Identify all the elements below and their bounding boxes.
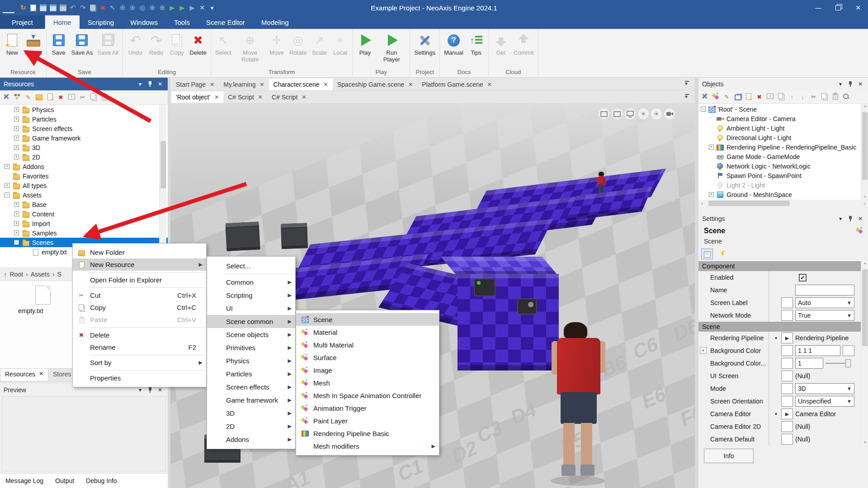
menu-item-multi-material[interactable]: Multi Material — [296, 338, 439, 351]
default-value-box[interactable] — [781, 434, 793, 445]
viewport-sun-button[interactable] — [651, 108, 662, 119]
breadcrumb-segment[interactable]: Root — [10, 271, 24, 278]
ribbon-button-save[interactable]: Save — [48, 30, 69, 56]
tree-expander[interactable]: + — [14, 117, 19, 122]
tree-expander[interactable]: + — [14, 126, 19, 131]
menu-item-paint-layer[interactable]: Paint Layer — [296, 414, 439, 427]
toolbar-button-delete[interactable]: ✖ — [755, 93, 763, 101]
move-icon[interactable] — [118, 3, 127, 12]
menu-tab-windows[interactable]: Windows — [122, 15, 166, 29]
toolbar-button-cut[interactable]: ✂ — [79, 94, 86, 101]
menu-item-new-folder[interactable]: New Folder — [73, 246, 206, 258]
tree-item-2d[interactable]: +2D — [0, 152, 168, 162]
doc-tab-my-learning[interactable]: My.learning✕ — [219, 79, 269, 90]
breadcrumb-up-icon[interactable]: ↑ — [4, 271, 7, 278]
object-item-rendering-pipeline-renderingpipeline-basic[interactable]: +Rendering Pipeline - RenderingPipeline_… — [698, 142, 868, 152]
menu-item-ui[interactable]: UI▶ — [207, 302, 295, 315]
ribbon-button-undo[interactable]: Undo — [125, 30, 146, 56]
status-tab-message-log[interactable]: Message Log — [5, 477, 43, 484]
ribbon-button-move-rotate[interactable]: Move Rotate — [234, 30, 266, 63]
text-input[interactable] — [795, 285, 854, 296]
info-button[interactable]: Info — [704, 449, 754, 463]
toolbar-button-wrench[interactable] — [3, 93, 10, 102]
toolbar-button-edit[interactable]: ✎ — [24, 94, 32, 101]
panel-tab-stores[interactable]: Stores — [48, 369, 75, 381]
toolbar-button-rename[interactable] — [68, 93, 75, 102]
tree-expander[interactable]: + — [14, 230, 19, 235]
toolbar-button-doc-star[interactable] — [46, 93, 54, 102]
object-item-network-logic-networklogic[interactable]: Network Logic - NetworkLogic — [698, 161, 868, 171]
save-icon[interactable] — [48, 3, 57, 12]
tree-expander[interactable]: + — [14, 145, 19, 150]
tree-item-assets[interactable]: −Assets — [0, 190, 168, 200]
menu-item-select-[interactable]: Select... — [207, 259, 295, 272]
pin-icon[interactable] — [846, 80, 854, 88]
tree-expander[interactable]: + — [14, 202, 19, 207]
menu-item-scene[interactable]: Scene — [296, 313, 439, 326]
toolbar-button-window[interactable] — [734, 93, 741, 101]
ribbon-button-save-as[interactable]: Save As — [69, 30, 95, 56]
menu-item-particles[interactable]: Particles▶ — [207, 367, 295, 380]
object-item-spawn-point-spawnpoint[interactable]: Spawn Point - SpawnPoint — [698, 171, 868, 180]
toolbar-button-rename[interactable] — [766, 93, 774, 101]
objects-tree-hscrollbar[interactable]: ‹ › — [698, 200, 868, 207]
copy-icon[interactable] — [88, 3, 97, 12]
close-icon[interactable]: ✕ — [856, 215, 864, 223]
tab-list-dropdown-icon[interactable] — [684, 80, 691, 87]
rotate-icon[interactable] — [138, 3, 147, 12]
expand-reference-button[interactable]: ▶ — [781, 333, 793, 343]
tree-expander[interactable]: − — [14, 240, 19, 245]
tab-close-icon[interactable]: ✕ — [260, 81, 264, 88]
tree-item-content[interactable]: +Content — [0, 209, 168, 219]
menu-item-scene-common[interactable]: Scene common▶ — [207, 315, 295, 328]
play-icon[interactable] — [168, 3, 177, 12]
toolbar-button-search[interactable] — [842, 93, 850, 101]
tab-close-icon[interactable]: ✕ — [324, 81, 328, 88]
doc-tab-c#-script[interactable]: C# Script✕ — [267, 91, 311, 103]
tree-expander[interactable]: − — [701, 107, 706, 112]
value-input[interactable]: 1 — [795, 358, 823, 369]
menu-item-scripting[interactable]: Scripting▶ — [207, 289, 295, 302]
expand-reference-button[interactable]: ▶ — [781, 408, 793, 419]
menu-item-common[interactable]: Common▶ — [207, 276, 295, 289]
save-icon[interactable] — [38, 3, 47, 12]
ribbon-button-redo[interactable]: Redo — [146, 30, 166, 56]
close-button[interactable]: ✕ — [848, 0, 868, 15]
tab-close-icon[interactable]: ✕ — [487, 81, 492, 88]
toolbar-button-copy[interactable] — [821, 93, 828, 101]
ribbon-button-copy[interactable]: Copy — [166, 30, 187, 56]
save-all-icon[interactable] — [58, 3, 67, 12]
tree-expander[interactable]: + — [14, 107, 19, 112]
menu-item-game-framework[interactable]: Game framework▶ — [207, 394, 295, 407]
menu-item-primitives[interactable]: Primitives▶ — [207, 341, 295, 354]
move-icon[interactable] — [148, 3, 157, 12]
menu-tab-modeling[interactable]: Modeling — [253, 15, 297, 29]
panel-menu-icon[interactable]: ▾ — [836, 215, 844, 223]
tree-expander[interactable]: + — [14, 136, 19, 141]
pin-icon[interactable] — [846, 215, 854, 223]
tree-item-3d[interactable]: +3D — [0, 143, 168, 152]
toolbar-button-up[interactable]: ↑ — [788, 93, 796, 101]
tree-expander[interactable]: + — [14, 221, 19, 226]
menu-tab-home[interactable]: Home — [45, 15, 80, 29]
status-tab-debug-info[interactable]: Debug Info — [86, 477, 117, 484]
menu-item-mesh-in-space-animation-controller[interactable]: Mesh In Space Animation Controller — [296, 389, 439, 402]
default-value-box[interactable] — [781, 383, 793, 394]
toolbar-button-paste[interactable] — [100, 93, 108, 102]
default-value-box[interactable] — [781, 310, 793, 321]
file-item[interactable]: empty.txt — [18, 286, 68, 314]
menu-item-paste[interactable]: PasteCtrl+V — [73, 314, 206, 326]
tab-close-icon[interactable]: ✕ — [39, 371, 43, 381]
ribbon-button-settings[interactable]: Settings — [412, 30, 438, 56]
object-item-camera-editor-camera[interactable]: Camera Editor - Camera — [698, 114, 868, 123]
events-view-button[interactable] — [717, 249, 728, 259]
new-doc-icon[interactable] — [28, 3, 38, 12]
toolbar-button-copy[interactable] — [90, 93, 97, 102]
menu-item-sort-by[interactable]: Sort by▶ — [73, 357, 206, 369]
tree-item-addons[interactable]: +Addons — [0, 162, 168, 171]
ribbon-button-tips[interactable]: Tips — [466, 30, 486, 56]
dropdown-select[interactable]: Auto▼ — [795, 297, 854, 308]
ribbon-button-rotate[interactable]: Rotate — [287, 30, 309, 56]
play-alt-icon[interactable] — [188, 3, 197, 12]
ribbon-button-get[interactable]: Get — [491, 30, 511, 56]
